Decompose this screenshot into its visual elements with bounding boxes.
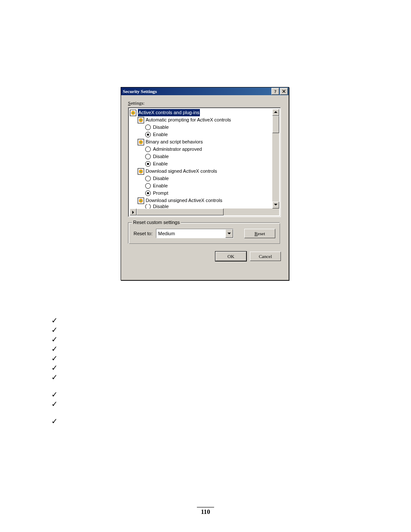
radio-icon <box>145 161 151 167</box>
tree-option[interactable]: Administrator approved <box>145 146 279 153</box>
tree-item[interactable]: Download signed ActiveX controls <box>137 168 279 175</box>
tree-item-label: Download unsigned ActiveX controls <box>146 197 222 204</box>
scroll-right-button[interactable] <box>130 208 137 215</box>
check-icon: ✓ <box>51 399 64 409</box>
titlebar[interactable]: Security Settings ? <box>121 87 289 95</box>
option-label: Enable <box>153 182 168 190</box>
option-label: Administrator approved <box>153 146 202 153</box>
scroll-thumb[interactable] <box>137 208 224 215</box>
check-icon: ✓ <box>51 354 64 363</box>
radio-icon <box>145 132 151 137</box>
tree-option[interactable]: Disable <box>145 153 279 160</box>
check-icon: ✓ <box>51 363 64 373</box>
tree-option[interactable]: Disable <box>145 175 279 182</box>
cancel-button[interactable]: Cancel <box>250 252 281 261</box>
check-icon: ✓ <box>51 335 64 344</box>
reset-to-combo[interactable]: Medium <box>156 229 234 238</box>
reset-to-label: Reset to: <box>134 231 153 236</box>
combo-drop-button[interactable] <box>225 229 233 238</box>
tree-item[interactable]: Automatic prompting for ActiveX controls <box>137 116 279 124</box>
tree-item[interactable]: Download unsigned ActiveX controls <box>137 197 279 204</box>
radio-icon <box>145 154 151 159</box>
checkmark-list: ✓ ✓ ✓ ✓ ✓ ✓ ✓ ✓ ✓ ✓ <box>51 316 64 426</box>
group-title: Reset custom settings <box>132 220 181 225</box>
close-button[interactable] <box>280 88 288 95</box>
svg-point-14 <box>140 200 142 201</box>
tree-category-activex[interactable]: ActiveX controls and plug-ins <box>130 109 279 116</box>
combo-value: Medium <box>156 231 225 236</box>
radio-icon <box>145 146 151 152</box>
check-icon: ✓ <box>51 417 64 426</box>
settings-label: Settings: <box>128 100 282 106</box>
item-icon <box>137 168 144 175</box>
dialog-body: Settings: ActiveX controls and plug-ins … <box>121 95 289 266</box>
svg-point-8 <box>140 141 142 143</box>
ok-button[interactable]: OK <box>215 252 246 261</box>
scroll-up-button[interactable] <box>272 109 279 116</box>
chevron-up-icon <box>274 111 277 113</box>
scroll-thumb[interactable] <box>272 116 279 133</box>
reset-button[interactable]: Reset <box>244 229 275 238</box>
option-label: Enable <box>153 160 168 168</box>
horizontal-scrollbar[interactable] <box>130 208 279 215</box>
chevron-down-icon <box>227 233 231 234</box>
check-icon: ✓ <box>51 390 64 399</box>
svg-point-5 <box>140 119 142 121</box>
option-label: Disable <box>153 124 169 131</box>
tree-item-label: Binary and script behaviors <box>146 138 203 146</box>
option-label: Enable <box>153 131 168 138</box>
tree-option[interactable]: Disable <box>145 204 279 208</box>
tree-item[interactable]: Binary and script behaviors <box>137 138 279 146</box>
dialog-button-row: OK Cancel <box>128 252 282 261</box>
tree-option[interactable]: Enable <box>145 131 279 138</box>
radio-icon <box>145 124 151 130</box>
radio-icon <box>145 183 151 189</box>
help-button[interactable]: ? <box>271 88 279 95</box>
tree-option[interactable]: Enable <box>145 160 279 168</box>
radio-icon <box>145 204 151 208</box>
category-icon <box>130 109 137 116</box>
check-icon: ✓ <box>51 373 64 382</box>
reset-custom-settings-group: Reset custom settings Reset to: Medium R… <box>128 222 280 244</box>
chevron-right-icon <box>132 211 134 214</box>
settings-tree[interactable]: ActiveX controls and plug-ins Automatic … <box>128 107 281 217</box>
tree-item-label: Automatic prompting for ActiveX controls <box>146 116 231 124</box>
tree-option[interactable]: Disable <box>145 124 279 131</box>
tree-option[interactable]: Enable <box>145 182 279 190</box>
option-label: Prompt <box>153 190 168 197</box>
chevron-down-icon <box>274 204 277 205</box>
check-icon: ✓ <box>51 316 64 325</box>
item-icon <box>137 197 144 204</box>
option-label: Disable <box>153 204 169 208</box>
scroll-down-button[interactable] <box>272 202 279 208</box>
page-number: 110 <box>0 507 411 516</box>
close-icon <box>282 90 286 93</box>
tree-category-label: ActiveX controls and plug-ins <box>138 109 200 116</box>
svg-point-11 <box>140 171 142 172</box>
option-label: Disable <box>153 175 169 182</box>
titlebar-title: Security Settings <box>123 89 271 94</box>
tree-option[interactable]: Prompt <box>145 190 279 197</box>
tree-item-label: Download signed ActiveX controls <box>146 168 217 175</box>
check-icon: ✓ <box>51 344 64 354</box>
radio-icon <box>145 176 151 181</box>
security-settings-dialog: Security Settings ? Settings: ActiveX co… <box>121 87 289 280</box>
item-icon <box>137 117 144 124</box>
check-icon: ✓ <box>51 325 64 335</box>
vertical-scrollbar[interactable] <box>272 109 279 208</box>
radio-icon <box>145 190 151 196</box>
svg-point-2 <box>133 112 134 113</box>
item-icon <box>137 139 144 146</box>
option-label: Disable <box>153 153 169 160</box>
